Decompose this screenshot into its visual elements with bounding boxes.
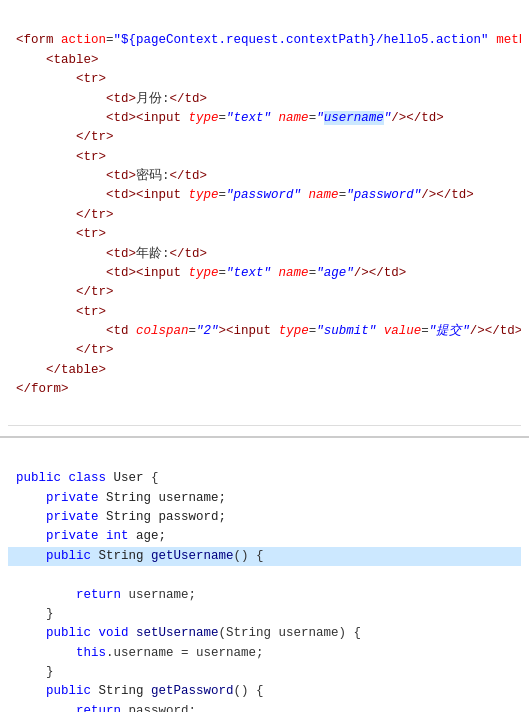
html-line-13: <td><input type="text" name="age"/></td> — [16, 266, 406, 280]
java-user-block: public class User { private String usern… — [8, 444, 521, 712]
html-line-12: <td>年龄:</td> — [16, 247, 207, 261]
java-user-line-11: public String getPassword() { — [16, 684, 264, 698]
java-user-line-8: public void setUsername(String username)… — [16, 626, 361, 640]
html-line-9: <td><input type="password" name="passwor… — [16, 188, 474, 202]
java-user-line-10: } — [16, 665, 54, 679]
html-code-block: <form action="${pageContext.request.cont… — [8, 6, 521, 426]
java-user-line-5: public String getUsername() { — [8, 547, 521, 566]
html-line-15: <tr> — [16, 305, 106, 319]
java-user-line-4: private int age; — [16, 529, 166, 543]
html-line-18: </table> — [16, 363, 106, 377]
java-user-line-1: public class User { — [16, 471, 159, 485]
html-line-3: <tr> — [16, 72, 106, 86]
html-line-6: </tr> — [16, 130, 114, 144]
html-code-section: <form action="${pageContext.request.cont… — [0, 0, 529, 438]
java-user-line-2: private String username; — [16, 491, 226, 505]
html-line-11: <tr> — [16, 227, 106, 241]
java-user-section: public class User { private String usern… — [0, 438, 529, 712]
html-line-7: <tr> — [16, 150, 106, 164]
html-line-17: </tr> — [16, 343, 114, 357]
html-line-14: </tr> — [16, 285, 114, 299]
html-line-19: </form> — [16, 382, 69, 396]
java-user-line-3: private String password; — [16, 510, 226, 524]
html-line-5: <td><input type="text" name="username"/>… — [16, 111, 444, 125]
html-line-8: <td>密码:</td> — [16, 169, 207, 183]
java-user-line-9: this.username = username; — [16, 646, 264, 660]
html-line-2: <table> — [16, 53, 99, 67]
java-user-line-12: return password; — [16, 704, 196, 712]
html-line-16: <td colspan="2"><input type="submit" val… — [16, 324, 521, 338]
java-user-line-6: return username; — [16, 588, 196, 602]
java-user-line-7: } — [16, 607, 54, 621]
html-line-10: </tr> — [16, 208, 114, 222]
html-line-1: <form action="${pageContext.request.cont… — [16, 33, 521, 47]
html-line-4: <td>月份:</td> — [16, 92, 207, 106]
